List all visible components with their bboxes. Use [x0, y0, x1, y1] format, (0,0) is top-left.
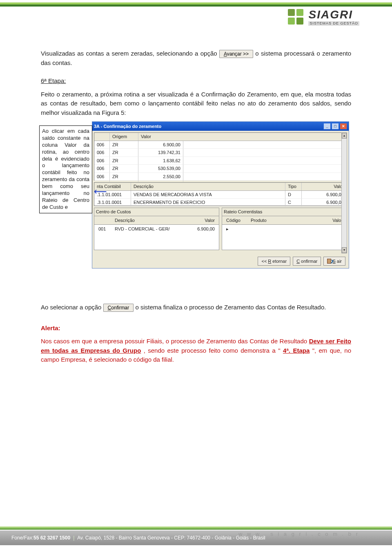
table-row[interactable]: 006ZR530.539,00 — [94, 165, 347, 173]
text: Visualizadas as contas a serem zeradas, … — [41, 50, 219, 57]
window-title: 3A - Confirmação do zeramento — [94, 123, 323, 130]
avancar-button[interactable]: Avançar >> — [219, 50, 253, 58]
retornar-button[interactable]: << Retornar — [258, 257, 290, 266]
mid-grid: nta Contábil Descrição Tipo Valor .1.1.0… — [94, 182, 347, 206]
minimize-icon[interactable]: _ — [323, 123, 331, 130]
top-accent-bar — [0, 2, 392, 7]
paragraph-intro: Visualizadas as contas a serem zeradas, … — [41, 49, 351, 67]
figure-5: Ao clicar em cada saldo constante na col… — [41, 121, 351, 285]
logo-icon — [287, 8, 305, 26]
step6-heading: 6ª Etapa: — [41, 76, 351, 86]
table-row[interactable]: 006ZR5.872,76 — [94, 181, 347, 182]
confirmar-inline-button[interactable]: Confirmar — [103, 304, 134, 312]
table-row[interactable]: 006ZR1.638,62 — [94, 157, 347, 165]
footer-phone: 55 62 3267 1500 — [33, 535, 70, 541]
close-icon[interactable]: ✕ — [340, 123, 347, 130]
figure-callout: Ao clicar em cada saldo constante na col… — [39, 125, 92, 213]
door-icon — [327, 259, 331, 264]
top-grid: Origem Valor 006ZR6.900,00006ZR139.742,3… — [94, 132, 347, 181]
paragraph-confirmar: Ao selecionar a opção Confirmar o sistem… — [41, 303, 351, 312]
brand-name: SIAGRI — [308, 9, 359, 20]
footer-url: w w w . s i a g r i . c o m . b r — [238, 531, 359, 537]
confirmar-button[interactable]: Confirmar — [293, 257, 321, 266]
alert-heading: Alerta: — [41, 324, 351, 333]
top-grid-header: Origem Valor — [94, 133, 347, 141]
arrow-left-icon: ⟵ — [94, 185, 107, 198]
confirmacao-zeramento-window: 3A - Confirmação do zeramento _ □ ✕ Orig… — [92, 121, 349, 269]
window-titlebar: 3A - Confirmação do zeramento _ □ ✕ — [92, 122, 349, 131]
mid-grid-header: nta Contábil Descrição Tipo Valor — [94, 183, 347, 191]
brand-logo: SIAGRI SISTEMAS DE GESTÃO — [287, 8, 359, 26]
table-row[interactable]: 006ZR6.900,00 — [94, 141, 347, 149]
paragraph-step6: Feito o zeramento, a próxima rotina a se… — [41, 90, 351, 118]
page-footer: w w w . s i a g r i . c o m . b r Fone/F… — [0, 526, 392, 555]
sair-button[interactable]: Sair — [323, 257, 345, 266]
footer-address: Av. Caiapó, 1528 - Bairro Santa Genoveva… — [77, 535, 265, 541]
table-row[interactable]: .3.1.01.0001ENCERRAMENTO DE EXERCICIOC6.… — [94, 199, 347, 207]
maximize-icon[interactable]: □ — [332, 123, 339, 130]
table-row[interactable]: 006ZR2.550,00 — [94, 173, 347, 181]
centro-custos-panel: Centro de Custos Descrição Valor 001 RVD… — [94, 208, 219, 250]
table-row[interactable]: .1.1.01.0001VENDAS DE MERCADORIAS A VIST… — [94, 191, 347, 199]
rateio-correntistas-panel: Rateio Correntistas Código Produto Valor… — [222, 208, 347, 250]
footer-phone-label: Fone/Fax: — [11, 535, 33, 541]
scrollbar[interactable]: ▴▾ — [341, 132, 347, 253]
alert-body: Nos casos em que a empresa possuir Filia… — [41, 337, 351, 365]
table-row[interactable]: 006ZR139.742,31 — [94, 149, 347, 157]
brand-tagline: SISTEMAS DE GESTÃO — [308, 21, 359, 26]
